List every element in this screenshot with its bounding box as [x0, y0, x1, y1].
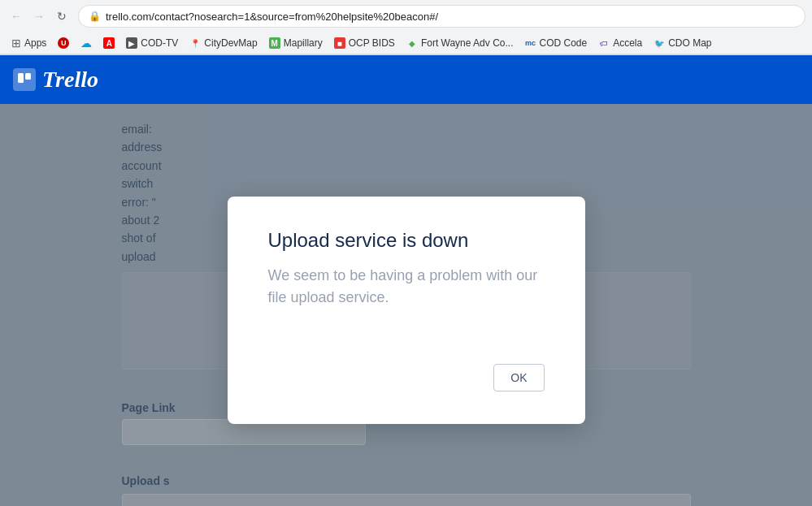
- mapillary-label: Mapillary: [284, 37, 323, 49]
- apps-label: Apps: [24, 37, 46, 49]
- citydevmap-label: CityDevMap: [204, 37, 257, 49]
- svg-rect-1: [25, 73, 31, 80]
- bookmark-cod-code[interactable]: mc COD Code: [519, 36, 592, 50]
- page-content: email: address account switch error: " a…: [0, 104, 812, 506]
- citydevmap-icon: 📍: [189, 37, 201, 49]
- bookmark-accela[interactable]: 🏷 Accela: [593, 36, 647, 50]
- accela-label: Accela: [613, 37, 642, 49]
- accela-icon: 🏷: [598, 37, 610, 49]
- cdo-map-icon: 🐦: [654, 37, 665, 49]
- back-button[interactable]: ←: [7, 6, 26, 26]
- bookmark-citydevmap[interactable]: 📍 CityDevMap: [185, 36, 262, 50]
- bookmark-fort-wayne[interactable]: ◆ Fort Wayne Adv Co...: [402, 36, 519, 50]
- bookmark-cod-tv[interactable]: ▶ COD-TV: [121, 36, 183, 50]
- cod-code-icon: mc: [524, 37, 536, 49]
- bookmark-ublock[interactable]: U: [53, 36, 74, 50]
- modal-dialog: Upload service is down We seem to be hav…: [228, 197, 585, 424]
- modal-ok-button[interactable]: OK: [493, 364, 544, 391]
- modal-message: We seem to be having a problem with our …: [268, 265, 545, 335]
- bookmark-ocp-bids[interactable]: ■ OCP BIDS: [329, 36, 400, 50]
- cod-tv-label: COD-TV: [141, 37, 178, 49]
- adobe-icon: A: [103, 37, 115, 49]
- bookmark-apps[interactable]: ⊞ Apps: [7, 35, 51, 51]
- modal-footer: OK: [268, 364, 545, 391]
- mapillary-icon: M: [269, 37, 280, 49]
- reload-button[interactable]: ↻: [52, 6, 72, 26]
- ublock-icon: U: [58, 37, 69, 49]
- trello-header: Trello: [0, 55, 812, 104]
- salesforce-icon: ☁: [80, 37, 92, 49]
- bookmarks-bar: ⊞ Apps U ☁ A ▶ COD-TV 📍 CityDevMap M Map…: [0, 32, 812, 54]
- lock-icon: 🔒: [89, 11, 101, 22]
- url-text: trello.com/contact?nosearch=1&source=fro…: [106, 11, 795, 23]
- fort-wayne-label: Fort Wayne Adv Co...: [421, 37, 514, 49]
- cdo-map-label: CDO Map: [668, 37, 711, 49]
- cod-code-label: COD Code: [539, 37, 587, 49]
- modal-overlay: Upload service is down We seem to be hav…: [0, 104, 812, 506]
- trello-logo-icon: [13, 68, 36, 91]
- ocp-bids-label: OCP BIDS: [349, 37, 395, 49]
- apps-grid-icon: ⊞: [11, 37, 21, 50]
- svg-rect-0: [18, 73, 24, 83]
- bookmark-mapillary[interactable]: M Mapillary: [264, 36, 328, 50]
- trello-logo-text: Trello: [42, 67, 98, 93]
- trello-logo[interactable]: Trello: [13, 67, 98, 93]
- modal-title: Upload service is down: [268, 229, 545, 252]
- bookmark-cdo-map[interactable]: 🐦 CDO Map: [649, 36, 716, 50]
- browser-toolbar: ← → ↻ 🔒 trello.com/contact?nosearch=1&so…: [0, 0, 812, 32]
- forward-button[interactable]: →: [29, 6, 49, 26]
- address-bar[interactable]: 🔒 trello.com/contact?nosearch=1&source=f…: [78, 5, 805, 28]
- cod-tv-icon: ▶: [126, 37, 137, 49]
- bookmark-salesforce[interactable]: ☁: [76, 36, 97, 50]
- bookmark-adobe[interactable]: A: [98, 36, 119, 50]
- nav-buttons: ← → ↻: [7, 6, 72, 26]
- fort-wayne-icon: ◆: [406, 37, 418, 49]
- ocp-bids-icon: ■: [334, 37, 345, 49]
- browser-chrome: ← → ↻ 🔒 trello.com/contact?nosearch=1&so…: [0, 0, 812, 55]
